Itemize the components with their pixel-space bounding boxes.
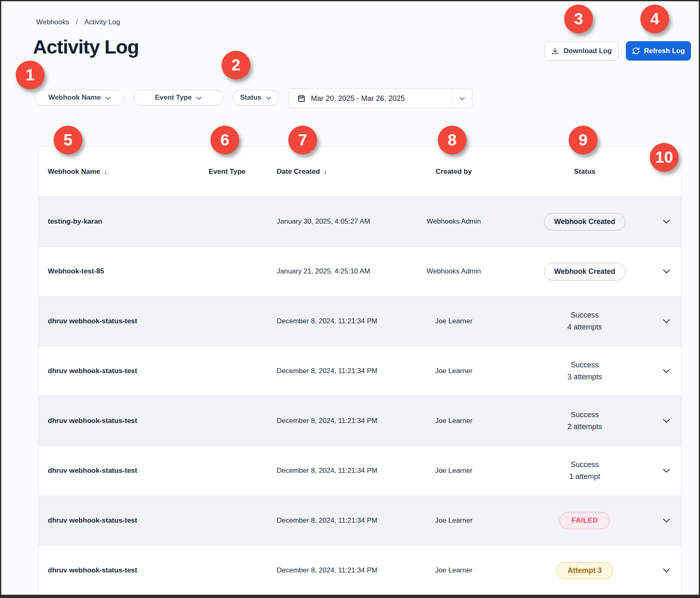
filter-event-type-label: Event Type: [155, 93, 191, 102]
cell-status: Success1 attempt: [519, 459, 651, 483]
status-text: Success3 attempts: [567, 359, 602, 383]
expand-row-chevron-icon[interactable]: [651, 369, 681, 374]
cell-status: FAILED: [519, 512, 651, 529]
status-line1: Success: [567, 359, 602, 371]
expand-row-chevron-icon[interactable]: [651, 518, 681, 523]
expand-row-chevron-icon[interactable]: [651, 219, 681, 224]
cell-created-by: Joe Learner: [389, 467, 519, 475]
cell-webhook-name: testing-by-karan: [39, 217, 191, 226]
status-text: Success1 attempt: [569, 459, 600, 483]
download-log-button[interactable]: Download Log: [544, 41, 618, 61]
chevron-down-icon: [196, 96, 202, 100]
activity-log-table: Webhook Name ↓ Event Type Date Created ↓…: [38, 146, 681, 598]
cell-status: Success4 attempts: [519, 309, 651, 333]
cell-webhook-name: Webhook-test-85: [39, 267, 191, 276]
cell-created-by: Joe Learner: [389, 516, 519, 525]
breadcrumb-separator: /: [76, 18, 78, 26]
cell-date-created: January 21, 2025, 4:25:10 AM: [263, 267, 389, 276]
breadcrumb: Webhooks / Activity Log: [36, 18, 120, 26]
date-range-value: Mar 20, 2025 - Mar 26, 2025: [311, 94, 405, 103]
annotation-badge-6: 6: [210, 126, 239, 154]
cell-status: Webhook Created: [519, 263, 651, 280]
cell-webhook-name: dhruv webhook-status-test: [39, 516, 191, 525]
annotation-badge-4: 4: [640, 5, 669, 33]
page-title: Activity Log: [33, 35, 139, 58]
cell-webhook-name: dhruv webhook-status-test: [39, 566, 191, 575]
table-body: testing-by-karanJanuary 30, 2025, 4:05:2…: [39, 196, 681, 595]
annotation-badge-1: 1: [16, 61, 44, 89]
status-line1: Success: [567, 309, 602, 321]
column-header-event-type: Event Type: [191, 168, 263, 176]
table-row[interactable]: dhruv webhook-status-testDecember 8, 202…: [39, 446, 681, 495]
status-line2: 3 attempts: [567, 371, 602, 383]
cell-created-by: Webhooks Admin: [389, 217, 519, 226]
cell-webhook-name: dhruv webhook-status-test: [39, 467, 191, 475]
filter-event-type[interactable]: Event Type: [133, 90, 223, 105]
cell-status: Success3 attempts: [519, 359, 651, 383]
sort-desc-icon[interactable]: ↓: [104, 168, 107, 175]
cell-webhook-name: dhruv webhook-status-test: [39, 317, 191, 325]
status-text: Success4 attempts: [567, 309, 602, 333]
table-row[interactable]: dhruv webhook-status-testDecember 8, 202…: [39, 296, 681, 346]
breadcrumb-webhooks[interactable]: Webhooks: [36, 18, 69, 26]
date-range-dropdown-toggle[interactable]: [452, 89, 472, 108]
table-row[interactable]: dhruv webhook-status-testDecember 8, 202…: [39, 346, 681, 396]
column-header-status: Status: [519, 168, 651, 176]
calendar-icon: [297, 94, 306, 103]
cell-created-by: Joe Learner: [389, 566, 519, 575]
date-range-picker[interactable]: Mar 20, 2025 - Mar 26, 2025: [289, 89, 472, 108]
annotation-badge-8: 8: [438, 126, 467, 154]
cell-webhook-name: dhruv webhook-status-test: [39, 367, 191, 375]
expand-row-chevron-icon[interactable]: [651, 418, 681, 423]
table-row[interactable]: dhruv webhook-status-testDecember 8, 202…: [39, 545, 681, 595]
status-badge: Webhook Created: [544, 213, 625, 231]
cell-date-created: December 8, 2024, 11:21:34 PM: [263, 317, 389, 325]
table-row[interactable]: dhruv webhook-status-testDecember 8, 202…: [39, 495, 681, 545]
table-row[interactable]: testing-by-karanJanuary 30, 2025, 4:05:2…: [39, 196, 681, 246]
download-icon: [551, 47, 559, 55]
expand-row-chevron-icon[interactable]: [651, 319, 681, 324]
cell-date-created: December 8, 2024, 11:21:34 PM: [263, 417, 389, 425]
status-text: Success2 attempts: [567, 409, 602, 433]
table-row[interactable]: dhruv webhook-status-testDecember 8, 202…: [39, 396, 681, 446]
status-line2: 2 attempts: [567, 421, 602, 433]
activity-log-page: Webhooks / Activity Log Activity Log Dow…: [0, 0, 700, 598]
cell-created-by: Webhooks Admin: [389, 267, 519, 276]
status-line2: 4 attempts: [567, 321, 602, 333]
annotation-badge-7: 7: [288, 126, 317, 154]
download-log-label: Download Log: [563, 47, 611, 55]
status-line1: Success: [567, 409, 602, 421]
column-header-date-created[interactable]: Date Created ↓: [263, 168, 389, 176]
cell-status: Attempt 3: [519, 562, 651, 579]
column-header-created-by: Created by: [389, 168, 519, 176]
filter-webhook-name-label: Webhook Name: [48, 93, 100, 102]
status-badge: Webhook Created: [544, 263, 625, 280]
expand-row-chevron-icon[interactable]: [651, 568, 681, 573]
status-badge: Attempt 3: [556, 562, 613, 579]
table-row[interactable]: Webhook-test-85January 21, 2025, 4:25:10…: [39, 246, 681, 296]
filter-status-label: Status: [240, 93, 261, 102]
filter-webhook-name[interactable]: Webhook Name: [35, 90, 124, 105]
cell-webhook-name: dhruv webhook-status-test: [39, 417, 191, 425]
refresh-icon: [632, 47, 640, 55]
filter-status[interactable]: Status: [233, 90, 279, 105]
chevron-down-icon: [105, 96, 111, 100]
cell-status: Success2 attempts: [519, 409, 651, 433]
annotation-badge-9: 9: [569, 126, 597, 154]
sort-desc-icon[interactable]: ↓: [324, 168, 327, 175]
column-header-webhook-name[interactable]: Webhook Name ↓: [39, 168, 191, 176]
expand-row-chevron-icon[interactable]: [651, 468, 681, 473]
annotation-badge-2: 2: [222, 51, 250, 79]
status-line2: 1 attempt: [569, 471, 600, 483]
annotation-badge-5: 5: [54, 126, 82, 154]
cell-status: Webhook Created: [519, 213, 651, 231]
expand-row-chevron-icon[interactable]: [651, 269, 681, 274]
cell-date-created: December 8, 2024, 11:21:34 PM: [263, 566, 389, 575]
cell-date-created: December 8, 2024, 11:21:34 PM: [263, 467, 389, 475]
annotation-badge-3: 3: [564, 5, 593, 33]
annotation-badge-10: 10: [650, 143, 679, 172]
refresh-log-label: Refresh Log: [644, 47, 685, 55]
refresh-log-button[interactable]: Refresh Log: [626, 41, 691, 61]
cell-date-created: January 30, 2025, 4:05:27 AM: [263, 217, 389, 226]
status-badge: FAILED: [560, 512, 610, 529]
